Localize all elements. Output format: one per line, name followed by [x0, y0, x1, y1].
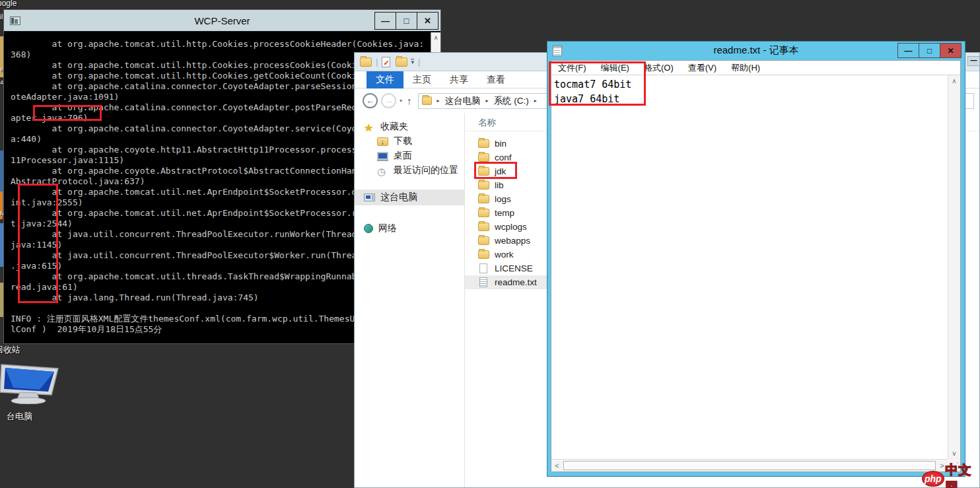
- file-row[interactable]: LICENSE: [465, 261, 548, 275]
- scroll-up-icon[interactable]: ∧: [434, 34, 438, 41]
- file-name: readme.txt: [495, 277, 537, 287]
- php-logo: php: [922, 471, 944, 487]
- explorer-sidebar: 收藏夹 下载 桌面 最近访问的位置: [355, 113, 464, 487]
- breadcrumb-drive-c[interactable]: 系统 (C:): [494, 95, 529, 107]
- sidebar-item-label: 这台电脑: [380, 192, 417, 203]
- sidebar-item[interactable]: 桌面: [355, 149, 464, 163]
- file-icon: [479, 263, 487, 273]
- file-row[interactable]: lib: [465, 178, 548, 192]
- minimize-button[interactable]: —: [374, 12, 396, 30]
- recycle-bin-label[interactable]: 回收站: [0, 344, 20, 356]
- close-button[interactable]: ✕: [417, 12, 438, 30]
- minimize-button[interactable]: —: [897, 43, 919, 58]
- sidebar-item[interactable]: 这台电脑: [355, 190, 464, 205]
- forward-button[interactable]: →: [381, 93, 396, 108]
- file-row[interactable]: wcplogs: [465, 220, 548, 234]
- ribbon-tab[interactable]: 共享: [440, 71, 477, 88]
- sidebar-item[interactable]: 网络: [355, 221, 464, 236]
- file-icon: [478, 195, 489, 203]
- file-icon: [478, 167, 489, 176]
- file-row[interactable]: bin: [465, 137, 548, 151]
- properties-check-icon[interactable]: [382, 57, 390, 67]
- file-name: webapps: [495, 236, 530, 246]
- sidebar-item-icon: [364, 224, 373, 233]
- sidebar-item-label: 桌面: [394, 150, 412, 162]
- sidebar-item[interactable]: 下载: [355, 134, 464, 149]
- breadcrumb-arrow-icon: ▸: [437, 98, 440, 104]
- menu-item[interactable]: 文件(F): [558, 62, 586, 74]
- address-folder-icon: [422, 96, 432, 105]
- computer-monitor-icon: [0, 363, 61, 404]
- file-icon: [479, 277, 487, 287]
- ribbon-tab[interactable]: 主页: [403, 71, 440, 88]
- breadcrumb-arrow-icon: ▸: [486, 98, 489, 104]
- this-pc-label: 台电脑: [7, 411, 66, 423]
- sidebar-item-icon: [377, 166, 388, 175]
- file-icon: [478, 139, 489, 148]
- file-name: bin: [495, 139, 507, 149]
- file-row[interactable]: work: [465, 248, 548, 261]
- history-dropdown-icon[interactable]: ▾: [400, 98, 402, 104]
- scroll-left-icon[interactable]: <: [551, 460, 563, 471]
- sidebar-item-label: 最近访问的位置: [394, 164, 458, 176]
- horizontal-scrollbar[interactable]: < >: [551, 459, 948, 471]
- desktop-icon-label-google[interactable]: oogle: [0, 0, 17, 8]
- text-line: tocmat7 64bit: [554, 77, 948, 92]
- file-name: temp: [495, 208, 514, 218]
- notepad-menu-bar: 文件(F)编辑(E)格式(O)查看(V)帮助(H): [551, 61, 960, 75]
- customize-toolbar-chevron-icon[interactable]: ▾: [411, 59, 414, 65]
- notepad-title-bar[interactable]: readme.txt - 记事本 — □ ✕: [547, 42, 965, 59]
- sidebar-item-label: 收藏夹: [380, 121, 408, 133]
- vertical-scrollbar[interactable]: ∧ ∨: [948, 75, 960, 459]
- back-button[interactable]: ←: [363, 93, 378, 108]
- file-row[interactable]: jdk: [465, 164, 548, 178]
- sidebar-item-icon: [377, 137, 388, 146]
- file-icon: [478, 153, 489, 162]
- desktop: { "colors": { "accent_red": "#ea2128", "…: [0, 0, 980, 488]
- sidebar-item[interactable]: 收藏夹: [355, 120, 464, 134]
- text-line: java7 64bit: [554, 92, 948, 106]
- ribbon-tab[interactable]: 文件: [367, 71, 403, 88]
- menu-item[interactable]: 格式(O): [644, 62, 674, 74]
- breadcrumb-this-pc[interactable]: 这台电脑: [445, 95, 481, 107]
- notepad-window: readme.txt - 记事本 — □ ✕ 文件(F)编辑(E)格式(O)查看…: [547, 41, 965, 477]
- php-cn-watermark: php 中文网: [922, 470, 980, 488]
- file-name: wcplogs: [495, 222, 527, 232]
- sidebar-item-label: 下载: [394, 135, 412, 147]
- new-folder-icon[interactable]: [396, 57, 407, 67]
- menu-item[interactable]: 查看(V): [688, 62, 717, 74]
- file-icon: [478, 236, 489, 245]
- notepad-client-area: 文件(F)编辑(E)格式(O)查看(V)帮助(H) tocmat7 64bitj…: [551, 60, 961, 472]
- console-line: at org.apache.tomcat.util.http.Cookies.p…: [11, 39, 431, 50]
- watermark-text: 中文网: [946, 462, 980, 488]
- scroll-down-icon[interactable]: ∨: [948, 448, 960, 459]
- scroll-up-icon[interactable]: ∧: [948, 75, 960, 87]
- maximize-button[interactable]: □: [396, 12, 417, 30]
- up-button[interactable]: ↑: [407, 95, 412, 106]
- file-row[interactable]: temp: [465, 206, 548, 220]
- maximize-button[interactable]: □: [919, 43, 940, 58]
- scrollbar-track[interactable]: [563, 461, 936, 470]
- explorer-minimize-button[interactable]: —: [967, 56, 980, 66]
- sidebar-item-icon: [364, 123, 375, 131]
- file-row[interactable]: logs: [465, 192, 548, 206]
- file-name: jdk: [495, 166, 506, 176]
- file-name: lib: [495, 180, 504, 190]
- ribbon-tab[interactable]: 查看: [477, 71, 514, 88]
- sidebar-item[interactable]: 最近访问的位置: [355, 163, 464, 178]
- notepad-text-area[interactable]: tocmat7 64bitjava7 64bit: [551, 75, 948, 459]
- this-pc-desktop-icon[interactable]: 台电脑: [0, 363, 66, 423]
- file-row[interactable]: readme.txt: [465, 275, 548, 289]
- file-name: work: [495, 250, 514, 260]
- desktop-icon-label-fragment: il: [0, 13, 3, 20]
- file-name: conf: [495, 153, 512, 162]
- file-row[interactable]: webapps: [465, 234, 548, 248]
- close-button[interactable]: ✕: [940, 43, 962, 58]
- console-title-bar[interactable]: WCP-Server — □ ✕: [4, 10, 440, 32]
- separator: |: [376, 57, 378, 67]
- file-row[interactable]: conf: [465, 151, 548, 164]
- sidebar-item-label: 网络: [378, 223, 397, 234]
- menu-item[interactable]: 编辑(E): [601, 62, 629, 74]
- menu-item[interactable]: 帮助(H): [731, 62, 760, 74]
- file-name: LICENSE: [495, 263, 533, 273]
